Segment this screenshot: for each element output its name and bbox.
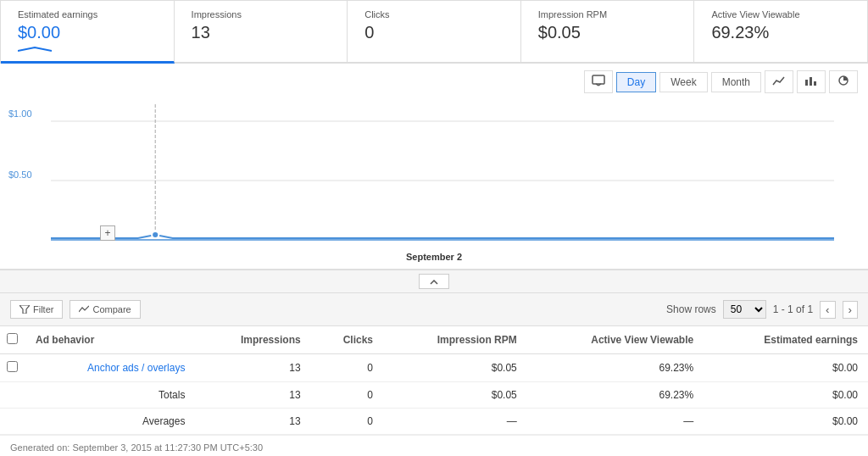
collapse-btn[interactable] (419, 274, 449, 289)
svg-point-11 (152, 231, 159, 238)
metric-label-impressions: Impressions (192, 9, 331, 19)
metric-label-clicks: Clicks (364, 9, 504, 19)
svg-rect-5 (814, 81, 816, 86)
totals-row: Totals 13 0 $0.05 69.23% $0.00 (0, 382, 868, 409)
show-rows-label: Show rows (666, 303, 716, 315)
averages-row: Averages 13 0 — — $0.00 (0, 409, 868, 435)
totals-impressions: 13 (195, 382, 310, 409)
svg-rect-4 (810, 77, 812, 86)
col-header-impression-rpm: Impression RPM (383, 326, 527, 354)
table-controls: Filter Compare Show rows 50 25 100 1 - 1… (0, 293, 868, 326)
collapse-section (0, 270, 868, 293)
y-label-2: $0.50 (8, 170, 32, 180)
svg-rect-0 (593, 75, 604, 84)
col-header-checkbox (0, 326, 25, 354)
metric-label-rpm: Impression RPM (538, 9, 677, 19)
row-clicks: 0 (311, 354, 383, 382)
metric-label-active-view: Active View Viewable (711, 9, 850, 19)
x-axis-label: September 2 (406, 252, 462, 262)
col-header-ad-behavior: Ad behavior (25, 326, 195, 354)
col-header-estimated-earnings: Estimated earnings (704, 326, 868, 354)
compare-btn[interactable]: Compare (70, 300, 140, 319)
row-checkbox-cell (0, 354, 25, 382)
y-label-1: $1.00 (8, 108, 32, 119)
row-impression-rpm: $0.05 (383, 354, 527, 382)
metric-active-view[interactable]: Active View Viewable 69.23% (694, 1, 867, 62)
data-table: Ad behavior Impressions Clicks Impressio… (0, 326, 868, 435)
rows-select[interactable]: 50 25 100 (723, 300, 766, 319)
averages-estimated-earnings: $0.00 (704, 409, 868, 435)
footer-text: Generated on: September 3, 2015 at 11:27… (10, 442, 263, 453)
footer: Generated on: September 3, 2015 at 11:27… (0, 435, 868, 456)
averages-clicks: 0 (311, 409, 383, 435)
svg-rect-3 (805, 80, 808, 86)
ad-behavior-link[interactable]: Anchor ads / overlays (87, 362, 185, 374)
chart-svg (51, 104, 834, 248)
row-estimated-earnings: $0.00 (704, 354, 868, 382)
metric-estimated-earnings[interactable]: Estimated earnings $0.00 (1, 1, 175, 64)
averages-impressions: 13 (195, 409, 310, 435)
metric-label-earnings: Estimated earnings (18, 9, 157, 19)
metric-clicks[interactable]: Clicks 0 (348, 1, 521, 62)
totals-impression-rpm: $0.05 (383, 382, 527, 409)
chart-controls: Day Week Month (0, 64, 868, 100)
line-chart-icon-btn[interactable] (765, 70, 793, 93)
metric-value-active-view: 69.23% (711, 23, 850, 42)
filter-btn[interactable]: Filter (10, 300, 63, 319)
metric-value-impressions: 13 (192, 23, 331, 42)
col-header-impressions: Impressions (195, 326, 310, 354)
prev-page-btn[interactable]: ‹ (820, 301, 835, 319)
metrics-bar: Estimated earnings $0.00 Impressions 13 … (0, 0, 868, 64)
table-controls-left: Filter Compare (10, 300, 141, 319)
totals-active-view: 69.23% (527, 382, 704, 409)
table-controls-right: Show rows 50 25 100 1 - 1 of 1 ‹ › (666, 300, 858, 319)
metric-value-clicks: 0 (364, 23, 504, 42)
col-header-active-view: Active View Viewable (527, 326, 704, 354)
tooltip-marker[interactable]: + (100, 225, 115, 241)
totals-label: Totals (25, 382, 195, 409)
metric-value-earnings: $0.00 (18, 23, 157, 42)
time-btn-week[interactable]: Week (659, 72, 707, 92)
time-btn-month[interactable]: Month (711, 72, 761, 92)
metric-impression-rpm[interactable]: Impression RPM $0.05 (521, 1, 695, 62)
totals-clicks: 0 (311, 382, 383, 409)
col-header-clicks: Clicks (311, 326, 383, 354)
next-page-btn[interactable]: › (843, 301, 858, 319)
time-btn-day[interactable]: Day (616, 72, 656, 92)
totals-estimated-earnings: $0.00 (704, 382, 868, 409)
averages-label: Averages (25, 409, 195, 435)
chart-area: $1.00 $0.50 + September 2 (0, 100, 868, 270)
row-ad-behavior: Anchor ads / overlays (25, 354, 195, 382)
bar-chart-icon-btn[interactable] (797, 70, 826, 93)
svg-marker-12 (19, 305, 30, 314)
row-impressions: 13 (195, 354, 310, 382)
averages-active-view: — (527, 409, 704, 435)
row-checkbox[interactable] (7, 361, 18, 372)
metric-value-rpm: $0.05 (538, 23, 677, 42)
select-all-checkbox[interactable] (7, 333, 18, 344)
annotation-icon-btn[interactable] (584, 70, 613, 93)
metric-impressions[interactable]: Impressions 13 (175, 1, 348, 62)
row-active-view: 69.23% (527, 354, 704, 382)
averages-impression-rpm: — (383, 409, 527, 435)
pie-chart-icon-btn[interactable] (829, 70, 858, 93)
table-row: Anchor ads / overlays 13 0 $0.05 69.23% … (0, 354, 868, 382)
pagination-info: 1 - 1 of 1 (773, 303, 813, 315)
